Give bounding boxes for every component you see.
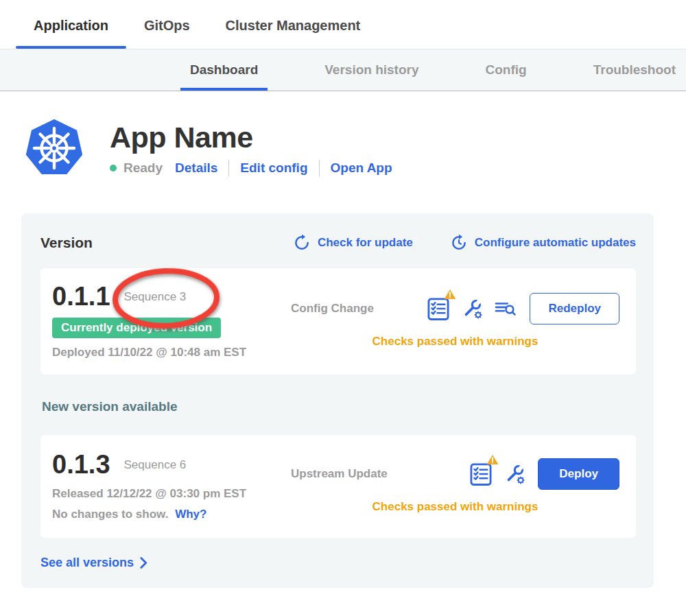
- checks-status: Checks passed with warnings: [291, 335, 619, 348]
- configure-auto-updates-label: Configure automatic updates: [475, 236, 636, 250]
- config-edit-icon[interactable]: [504, 463, 525, 485]
- released-timestamp: Released 12/12/22 @ 03:30 pm EST: [52, 487, 291, 501]
- warning-icon: [486, 454, 499, 465]
- see-all-versions-link[interactable]: See all versions: [40, 556, 147, 570]
- preflight-checks-icon[interactable]: [427, 296, 450, 322]
- no-changes-text: No changes to show.: [52, 508, 168, 521]
- why-link[interactable]: Why?: [175, 508, 206, 521]
- details-link[interactable]: Details: [175, 161, 217, 176]
- current-version-card: 0.1.1 Sequence 3 Currently deployed vers…: [40, 268, 636, 375]
- redeploy-button[interactable]: Redeploy: [530, 293, 619, 324]
- current-version-number: 0.1.1: [52, 282, 110, 312]
- configure-auto-updates-button[interactable]: Configure automatic updates: [450, 234, 636, 252]
- divider: [319, 160, 320, 176]
- version-source-label: Config Change: [291, 302, 374, 316]
- chevron-right-icon: [140, 557, 147, 569]
- check-for-update-button[interactable]: Check for update: [293, 234, 413, 252]
- open-app-link[interactable]: Open App: [331, 161, 392, 176]
- version-source-label: Upstream Update: [291, 467, 388, 481]
- tab-dashboard[interactable]: Dashboard: [190, 49, 258, 91]
- page-title: App Name: [110, 121, 392, 154]
- check-for-update-label: Check for update: [318, 236, 413, 250]
- refresh-icon: [293, 234, 311, 252]
- new-version-heading: New version available: [42, 399, 636, 414]
- primary-nav: Application GitOps Cluster Management: [0, 0, 686, 49]
- deployed-timestamp: Deployed 11/10/22 @ 10:48 am EST: [52, 346, 291, 359]
- divider: [228, 160, 229, 176]
- tab-config[interactable]: Config: [486, 49, 527, 91]
- available-version-number: 0.1.3: [52, 450, 110, 480]
- status-dot: [110, 165, 117, 171]
- deployed-badge: Currently deployed version: [52, 318, 221, 338]
- warning-icon: [444, 289, 456, 300]
- view-files-icon[interactable]: [494, 299, 517, 318]
- auto-update-icon: [450, 234, 468, 252]
- version-section-title: Version: [40, 235, 93, 251]
- kubernetes-logo: [24, 117, 84, 179]
- config-edit-icon[interactable]: [461, 298, 483, 320]
- tab-cluster-management[interactable]: Cluster Management: [208, 0, 379, 49]
- secondary-nav: Dashboard Version history Config Trouble…: [0, 49, 686, 91]
- status-label: Ready: [123, 161, 163, 176]
- current-sequence-label: Sequence 3: [124, 290, 187, 304]
- version-panel: Version Check for update Configure autom…: [21, 213, 654, 588]
- preflight-checks-icon[interactable]: [469, 461, 493, 487]
- tab-application[interactable]: Application: [16, 0, 126, 49]
- tab-gitops[interactable]: GitOps: [126, 0, 208, 49]
- deploy-button[interactable]: Deploy: [538, 458, 619, 490]
- edit-config-link[interactable]: Edit config: [240, 161, 307, 176]
- available-sequence-label: Sequence 6: [124, 458, 187, 472]
- see-all-versions-label: See all versions: [40, 556, 134, 570]
- tab-troubleshoot[interactable]: Troubleshoot: [593, 49, 676, 91]
- tab-version-history[interactable]: Version history: [324, 49, 418, 91]
- checks-status: Checks passed with warnings: [291, 500, 619, 514]
- app-header: App Name Ready Details Edit config Open …: [0, 91, 686, 179]
- available-version-card: 0.1.3 Sequence 6 Released 12/12/22 @ 03:…: [40, 435, 636, 538]
